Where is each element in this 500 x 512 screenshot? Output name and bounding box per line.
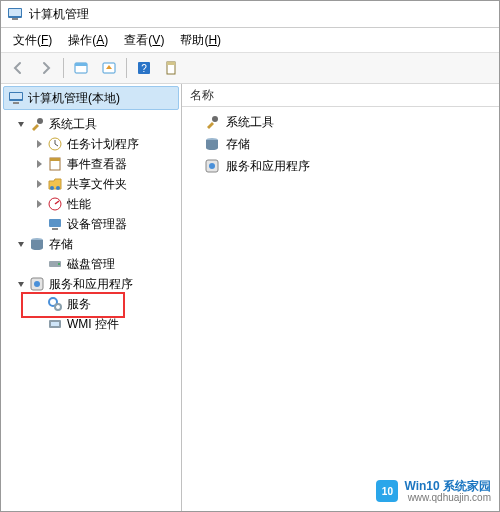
chevron-down-icon[interactable]	[15, 118, 27, 130]
list-item-label: 服务和应用程序	[226, 158, 310, 175]
svg-rect-2	[12, 18, 18, 20]
svg-point-28	[34, 281, 40, 287]
toolbar-forward-button[interactable]	[33, 55, 59, 81]
clock-icon	[47, 136, 63, 152]
tree-label: 事件查看器	[67, 156, 127, 173]
event-icon	[47, 156, 63, 172]
svg-rect-1	[9, 9, 21, 16]
tree-root[interactable]: 计算机管理(本地)	[3, 86, 179, 110]
tools-icon	[204, 114, 220, 130]
menu-bar: 文件(F) 操作(A) 查看(V) 帮助(H)	[1, 28, 499, 53]
tree-storage[interactable]: 存储	[1, 234, 181, 254]
chevron-right-icon[interactable]	[33, 178, 45, 190]
svg-point-24	[31, 246, 43, 250]
watermark: 10 Win10 系统家园 www.qdhuajin.com	[376, 480, 491, 503]
window-title: 计算机管理	[29, 6, 89, 23]
list-item-label: 系统工具	[226, 114, 274, 131]
list-item-label: 存储	[226, 136, 250, 153]
tree-services-apps[interactable]: 服务和应用程序	[1, 274, 181, 294]
tree-event-viewer[interactable]: 事件查看器	[1, 154, 181, 174]
svg-rect-9	[167, 62, 175, 65]
computer-icon	[8, 90, 24, 106]
toolbar-back-button[interactable]	[5, 55, 31, 81]
tools-icon	[29, 116, 45, 132]
tree-root-label: 计算机管理(本地)	[28, 90, 120, 107]
tree-device-manager[interactable]: 设备管理器	[1, 214, 181, 234]
tree-services[interactable]: 服务	[1, 294, 181, 314]
window-frame: 计算机管理 文件(F) 操作(A) 查看(V) 帮助(H) ?	[0, 0, 500, 512]
chevron-right-icon[interactable]	[33, 138, 45, 150]
toolbar-properties-button[interactable]: ?	[131, 55, 157, 81]
performance-icon	[47, 196, 63, 212]
svg-rect-4	[75, 63, 87, 66]
toolbar: ?	[1, 53, 499, 84]
tree-label: 设备管理器	[67, 216, 127, 233]
watermark-title: Win10 系统家园	[404, 480, 491, 493]
svg-rect-20	[49, 219, 61, 227]
list-pane[interactable]: 名称 系统工具 存储 服务和应用程序 10 Win10	[182, 84, 499, 511]
chevron-right-icon[interactable]	[33, 198, 45, 210]
services-apps-icon	[204, 158, 220, 174]
watermark-logo: 10	[376, 480, 398, 502]
svg-rect-21	[52, 228, 58, 230]
services-apps-icon	[29, 276, 45, 292]
svg-text:?: ?	[141, 63, 147, 74]
app-icon	[7, 6, 23, 22]
storage-icon	[29, 236, 45, 252]
tree-wmi[interactable]: WMI 控件	[1, 314, 181, 334]
menu-help[interactable]: 帮助(H)	[172, 30, 229, 51]
toolbar-separator	[63, 58, 64, 78]
svg-point-38	[209, 163, 215, 169]
svg-point-30	[55, 304, 61, 310]
menu-file[interactable]: 文件(F)	[5, 30, 60, 51]
list-item-system-tools[interactable]: 系统工具	[182, 111, 499, 133]
svg-rect-16	[50, 158, 60, 161]
chevron-right-icon[interactable]	[33, 158, 45, 170]
menu-action[interactable]: 操作(A)	[60, 30, 116, 51]
list-item-services-apps[interactable]: 服务和应用程序	[182, 155, 499, 177]
tree-label: 服务	[67, 296, 91, 313]
svg-rect-12	[13, 102, 19, 104]
list-header[interactable]: 名称	[182, 84, 499, 107]
tree-label: 系统工具	[49, 116, 97, 133]
tree-label: 磁盘管理	[67, 256, 115, 273]
toolbar-refresh-button[interactable]	[159, 55, 185, 81]
svg-point-36	[206, 146, 218, 150]
chevron-down-icon[interactable]	[15, 238, 27, 250]
tree-label: 共享文件夹	[67, 176, 127, 193]
disk-icon	[47, 256, 63, 272]
toolbar-show-button[interactable]	[96, 55, 122, 81]
svg-point-33	[212, 116, 218, 122]
svg-point-13	[37, 118, 43, 124]
device-icon	[47, 216, 63, 232]
svg-rect-32	[51, 322, 59, 326]
svg-point-26	[58, 263, 60, 265]
toolbar-separator-2	[126, 58, 127, 78]
column-name: 名称	[190, 84, 214, 106]
svg-point-18	[56, 186, 60, 190]
client-area: 计算机管理(本地) 系统工具 任务计划程序 事件查看器	[1, 84, 499, 511]
tree-pane[interactable]: 计算机管理(本地) 系统工具 任务计划程序 事件查看器	[1, 84, 182, 511]
tree-system-tools[interactable]: 系统工具	[1, 114, 181, 134]
wmi-icon	[47, 316, 63, 332]
list-item-storage[interactable]: 存储	[182, 133, 499, 155]
watermark-url: www.qdhuajin.com	[408, 493, 491, 504]
list-body: 系统工具 存储 服务和应用程序	[182, 107, 499, 181]
tree-label: 任务计划程序	[67, 136, 139, 153]
tree-performance[interactable]: 性能	[1, 194, 181, 214]
tree-disk-management[interactable]: 磁盘管理	[1, 254, 181, 274]
tree-items: 系统工具 任务计划程序 事件查看器 共享文件夹	[1, 112, 181, 336]
svg-rect-11	[10, 93, 22, 99]
chevron-down-icon[interactable]	[15, 278, 27, 290]
tree-shared-folders[interactable]: 共享文件夹	[1, 174, 181, 194]
svg-point-17	[50, 186, 54, 190]
title-bar: 计算机管理	[1, 1, 499, 28]
storage-icon	[204, 136, 220, 152]
tree-label: 性能	[67, 196, 91, 213]
menu-view[interactable]: 查看(V)	[116, 30, 172, 51]
gear-icon	[47, 296, 63, 312]
tree-task-scheduler[interactable]: 任务计划程序	[1, 134, 181, 154]
tree-label: 服务和应用程序	[49, 276, 133, 293]
tree-label: 存储	[49, 236, 73, 253]
toolbar-up-button[interactable]	[68, 55, 94, 81]
